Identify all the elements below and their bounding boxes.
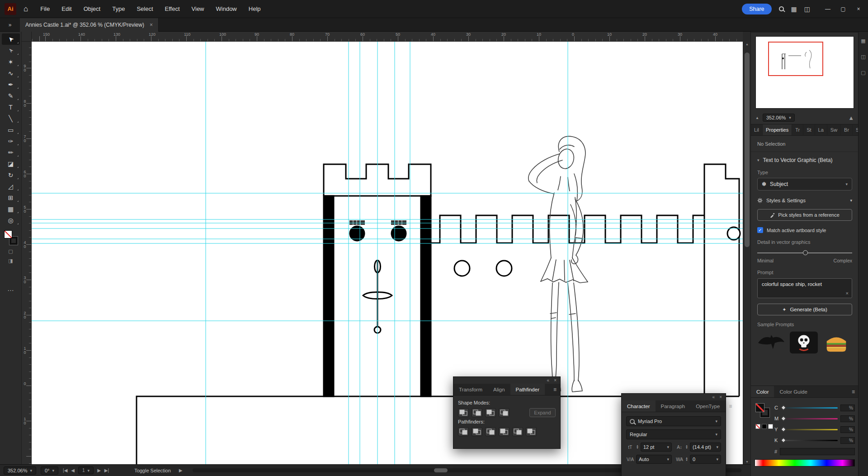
workspace-grid-icon[interactable]: ▦ <box>791 5 797 13</box>
panel-tab-br[interactable]: Br <box>841 124 853 135</box>
panel-tab-st[interactable]: St <box>803 124 815 135</box>
outline-button[interactable] <box>512 427 523 436</box>
pick-styles-button[interactable]: Pick styles from a reference <box>757 209 852 221</box>
tab-paragraph[interactable]: Paragraph <box>656 400 691 412</box>
rotate-tool[interactable]: ↻ <box>2 169 20 181</box>
menu-type[interactable]: Type <box>106 0 131 18</box>
previous-artboard-button[interactable]: ◀ <box>71 468 75 473</box>
type-select[interactable]: ✽ Subject ▾ <box>757 178 852 190</box>
artboard-number-select[interactable]: 1 ▾ <box>78 466 94 474</box>
zoom-out-icon[interactable]: ▲ <box>755 116 759 120</box>
navigator-zoom-field[interactable]: 352.06% ▾ <box>763 114 795 122</box>
channel-percent-field[interactable]: % <box>840 426 855 433</box>
expand-button[interactable]: Expand <box>529 408 556 417</box>
edit-toolbar-icon[interactable]: … <box>7 285 14 292</box>
collapse-panel-icon[interactable]: « <box>547 378 550 383</box>
sample-burger-thumbnail[interactable] <box>822 331 850 354</box>
scroll-up-icon[interactable]: ▲ <box>743 43 751 46</box>
font-family-select[interactable]: Myriad Pro ▾ <box>626 416 721 426</box>
fill-swatch[interactable] <box>755 403 764 412</box>
menu-help[interactable]: Help <box>243 0 267 18</box>
last-artboard-button[interactable]: ▶| <box>104 468 109 473</box>
pen-tool[interactable]: ✒ <box>2 79 20 90</box>
zoom-in-icon[interactable]: ▲ <box>848 114 854 121</box>
panel-tab-tr[interactable]: Tr <box>792 124 803 135</box>
panel-menu-icon[interactable]: ≡ <box>725 400 736 412</box>
intersect-button[interactable] <box>485 408 496 417</box>
magic-wand-tool[interactable]: ✶ <box>2 56 20 67</box>
pencil-tool[interactable]: ✏ <box>2 147 20 158</box>
channel-slider[interactable] <box>782 418 838 419</box>
none-swatch[interactable] <box>755 424 760 429</box>
panel-titlebar[interactable]: « × <box>453 377 560 384</box>
eraser-tool[interactable]: ◪ <box>2 158 20 169</box>
panel-menu-icon[interactable]: ≡ <box>848 386 859 397</box>
section-text-to-vector[interactable]: ▾ Text to Vector Graphic (Beta) <box>757 157 852 163</box>
character-panel[interactable]: « × Character Paragraph OpenType ≡ Myria… <box>621 393 726 476</box>
zoom-level-select[interactable]: 352.06% ▾ <box>4 466 36 475</box>
direct-selection-tool[interactable]: ➢ <box>2 45 20 56</box>
close-panel-icon[interactable]: × <box>719 395 722 400</box>
close-panel-icon[interactable]: × <box>554 378 557 383</box>
fill-swatch[interactable] <box>4 230 12 238</box>
tab-character[interactable]: Character <box>622 400 656 412</box>
horizontal-ruler[interactable]: 1501401301201101009080706050403020100102… <box>32 32 743 42</box>
close-button[interactable]: × <box>851 0 866 18</box>
workspace-panels-icon[interactable]: ◫ <box>804 5 810 13</box>
menu-effect[interactable]: Effect <box>159 0 186 18</box>
tab-color-guide[interactable]: Color Guide <box>774 386 812 397</box>
tracking-select[interactable]: 0 ▾ <box>690 455 721 464</box>
styles-settings-row[interactable]: Styles & Settings ▾ <box>757 198 852 203</box>
detail-slider[interactable] <box>757 250 852 256</box>
minus-front-button[interactable] <box>472 408 482 417</box>
exclude-button[interactable] <box>499 408 509 417</box>
status-expand-icon[interactable]: ▶ <box>179 468 183 473</box>
first-artboard-button[interactable]: |◀ <box>63 468 67 473</box>
layers-panel-icon[interactable]: ◫ <box>861 54 865 60</box>
figure-sketch[interactable] <box>528 136 588 392</box>
panel-tab-lil[interactable]: Lil <box>751 124 763 135</box>
draw-normal-icon[interactable]: ▢ <box>8 248 13 254</box>
panel-titlebar[interactable]: « × <box>622 394 726 400</box>
white-swatch[interactable] <box>768 424 773 429</box>
match-artboard-row[interactable]: ✓ Match active artboard style <box>757 227 852 233</box>
crop-button[interactable] <box>499 427 509 436</box>
merge-button[interactable] <box>485 427 496 436</box>
document-tab[interactable]: Annies Castle 1.ai* @ 352.06 % (CMYK/Pre… <box>20 18 159 32</box>
mesh-tool[interactable]: ▦ <box>2 203 20 214</box>
minimize-button[interactable]: — <box>820 0 835 18</box>
pathfinder-panel[interactable]: « × Transform Align Pathfinder ≡ Shape M… <box>453 376 561 449</box>
slider-knob[interactable] <box>803 250 808 255</box>
channel-slider-knob[interactable] <box>781 405 786 410</box>
type-tool[interactable]: T <box>2 101 20 113</box>
stepper-icon[interactable]: ▲▼ <box>685 457 688 462</box>
vertical-ruler[interactable]: 9 08 07 06 05 04 03 02 01 001 0 <box>22 42 32 464</box>
scroll-down-icon[interactable]: ▼ <box>743 460 751 463</box>
color-spectrum-bar[interactable] <box>755 459 855 466</box>
stepper-icon[interactable]: ▲▼ <box>636 445 639 449</box>
maximize-button[interactable]: ▢ <box>835 0 851 18</box>
font-style-select[interactable]: Regular ▾ <box>626 429 721 439</box>
trim-button[interactable] <box>472 427 482 436</box>
channel-percent-field[interactable]: % <box>840 437 855 444</box>
panel-menu-icon[interactable]: ≡ <box>550 384 560 395</box>
horizontal-scroll-thumb[interactable] <box>434 468 448 472</box>
fill-stroke-swatches[interactable] <box>4 230 18 245</box>
navigator-thumbnail[interactable] <box>755 36 854 109</box>
channel-percent-field[interactable]: % <box>840 415 855 422</box>
scale-tool[interactable]: ◿ <box>2 181 20 192</box>
home-icon[interactable]: ⌂ <box>24 5 28 14</box>
menu-view[interactable]: View <box>186 0 210 18</box>
zoom-tool[interactable]: ◎ <box>2 214 20 226</box>
paintbrush-tool[interactable]: ✑ <box>2 135 20 147</box>
channel-slider[interactable] <box>782 407 838 409</box>
sample-skull-thumbnail[interactable] <box>790 331 818 354</box>
rotation-select[interactable]: 0° ▾ <box>41 466 58 475</box>
selection-tool[interactable]: ➤ <box>2 33 20 45</box>
kerning-select[interactable]: Auto ▾ <box>636 455 672 464</box>
clear-prompt-icon[interactable]: × <box>846 290 849 296</box>
divide-button[interactable] <box>458 427 469 436</box>
tab-opentype[interactable]: OpenType <box>690 400 725 412</box>
libraries-panel-icon[interactable]: ▦ <box>861 38 865 44</box>
tab-transform[interactable]: Transform <box>453 384 488 395</box>
